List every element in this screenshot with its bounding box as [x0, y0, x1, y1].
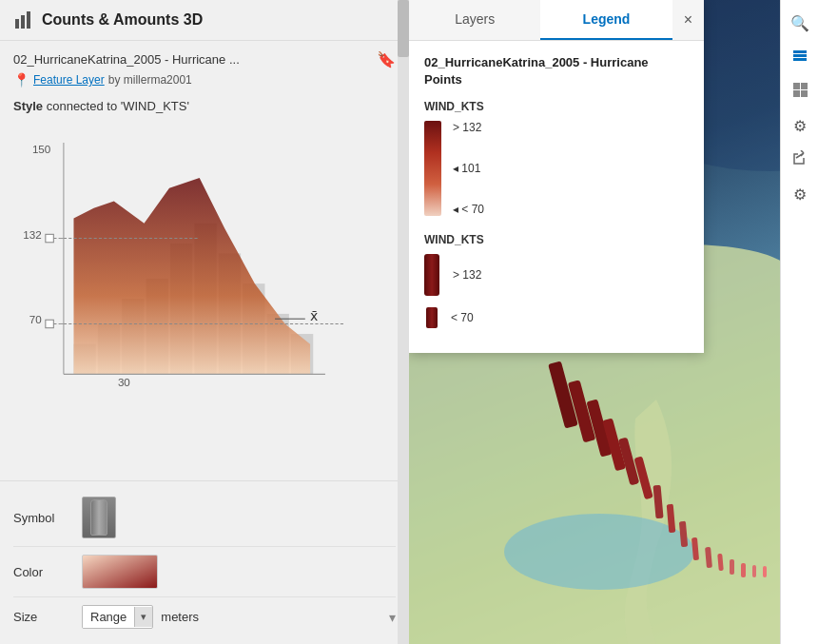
feature-layer-link[interactable]: Feature Layer [33, 73, 105, 87]
svg-rect-52 [793, 83, 800, 89]
svg-text:132: 132 [23, 228, 41, 241]
color-label: Color [13, 565, 70, 579]
symbol-label: Symbol [13, 511, 70, 525]
symbol-preview[interactable] [82, 497, 116, 538]
legend-gradient-labels: > 132 ◂ 101 ◂ < 70 [453, 121, 484, 216]
svg-point-30 [504, 514, 694, 590]
size-dropdown-arrow: ▾ [134, 607, 152, 627]
legend-label-high: > 132 [453, 121, 484, 134]
style-connected: connected to 'WIND_KTS' [47, 99, 189, 113]
symbol-control-row: Symbol [13, 489, 396, 547]
size-select-dropdown[interactable]: Range ▾ [82, 605, 153, 629]
svg-rect-51 [793, 58, 807, 61]
size-control-row: Size Range ▾ meters ▾ [13, 597, 396, 636]
scroll-track[interactable] [398, 0, 409, 644]
svg-rect-45 [730, 559, 734, 575]
layer-name-row: 02_HurricaneKatrina_2005 - Hurricane ...… [13, 50, 396, 68]
settings-button[interactable]: ⚙ [785, 110, 815, 141]
svg-rect-47 [752, 565, 756, 577]
legend-gradient-section: > 132 ◂ 101 ◂ < 70 [424, 121, 689, 216]
legend-cyl-large [424, 254, 439, 296]
config-icon: ⚙ [793, 185, 807, 204]
legend-cyl-small [426, 307, 438, 328]
svg-rect-46 [741, 563, 746, 577]
basemap-icon [791, 81, 808, 102]
histogram-container: 150 132 70 30 [13, 121, 396, 406]
search-icon: 🔍 [790, 14, 809, 32]
svg-marker-18 [73, 178, 310, 374]
legend-body: 02_HurricaneKatrina_2005 - Hurricane Poi… [409, 41, 704, 353]
legend-gradient-title: WIND_KTS [424, 100, 689, 113]
legend-label-low: ◂ < 70 [453, 203, 484, 216]
bookmark-icon[interactable]: 🔖 [377, 50, 396, 68]
scroll-thumb[interactable] [398, 0, 409, 57]
legend-symbol-title: WIND_KTS [424, 233, 689, 246]
size-expand-icon[interactable]: ▾ [389, 610, 396, 625]
svg-rect-50 [793, 54, 807, 57]
svg-rect-2 [27, 11, 30, 29]
legend-popup: Layers Legend × 02_HurricaneKatrina_2005… [409, 0, 704, 353]
bottom-controls: Symbol Color Size Range ▾ meters ▾ [0, 480, 409, 644]
histogram-area: 150 132 70 30 [0, 117, 409, 480]
layer-info: 02_HurricaneKatrina_2005 - Hurricane ...… [0, 41, 409, 91]
color-control-row: Color [13, 547, 396, 597]
size-select-value: Range [83, 606, 134, 628]
svg-text:x̄: x̄ [310, 309, 318, 323]
legend-symbol-small-label: < 70 [451, 311, 474, 324]
config-button[interactable]: ⚙ [785, 179, 815, 209]
layers-button[interactable] [785, 42, 815, 72]
right-toolbar: 🔍 ⚙ [780, 0, 818, 644]
legend-symbol-large-label: > 132 [453, 268, 481, 282]
right-side: ALABAMA GEORGIA Laye [409, 0, 818, 644]
share-icon [792, 150, 808, 169]
svg-text:150: 150 [32, 143, 51, 155]
legend-layer-name: 02_HurricaneKatrina_2005 - Hurricane Poi… [424, 54, 689, 88]
pin-icon: 📍 [13, 72, 29, 88]
size-label: Size [13, 610, 70, 624]
svg-rect-48 [763, 566, 767, 577]
legend-close-button[interactable]: × [672, 0, 704, 40]
svg-rect-49 [793, 50, 807, 53]
legend-label-mid: ◂ 101 [453, 162, 484, 175]
histogram-svg: 150 132 70 30 [13, 121, 396, 406]
left-panel: Counts & Amounts 3D 02_HurricaneKatrina_… [0, 0, 409, 644]
layers-icon [791, 47, 808, 68]
layer-name: 02_HurricaneKatrina_2005 - Hurricane ... [13, 52, 240, 67]
basemap-button[interactable] [785, 76, 815, 107]
legend-symbols-section: WIND_KTS > 132 < 70 [424, 233, 689, 328]
style-label: Style connected to 'WIND_KTS' [0, 91, 409, 117]
legend-symbol-small-row: < 70 [424, 307, 689, 328]
legend-gradient-bar [424, 121, 441, 216]
svg-rect-1 [21, 15, 25, 29]
panel-title: Counts & Amounts 3D [42, 11, 203, 29]
counts-amounts-icon [13, 10, 34, 30]
style-key: Style [13, 99, 43, 113]
size-select-wrapper: Range ▾ meters [82, 605, 199, 629]
svg-rect-22 [46, 234, 53, 242]
svg-rect-20 [46, 320, 53, 327]
tab-legend[interactable]: Legend [540, 0, 672, 40]
legend-symbol-large-row: > 132 [424, 254, 689, 296]
svg-rect-54 [793, 90, 800, 97]
search-button[interactable]: 🔍 [785, 8, 815, 38]
settings-icon: ⚙ [793, 117, 807, 135]
svg-text:30: 30 [118, 376, 130, 388]
tab-layers[interactable]: Layers [409, 0, 540, 40]
size-unit-label: meters [161, 610, 199, 624]
legend-tabs: Layers Legend × [409, 0, 704, 41]
panel-header: Counts & Amounts 3D [0, 0, 409, 41]
cylinder-shape [90, 499, 107, 536]
svg-text:70: 70 [29, 313, 42, 325]
svg-rect-0 [15, 19, 19, 29]
svg-rect-55 [801, 90, 808, 97]
feature-layer-row: 📍 Feature Layer by millerma2001 [13, 72, 396, 88]
feature-layer-author: by millerma2001 [108, 73, 192, 87]
svg-rect-53 [801, 83, 808, 89]
color-preview[interactable] [82, 555, 158, 589]
share-button[interactable] [785, 145, 815, 175]
